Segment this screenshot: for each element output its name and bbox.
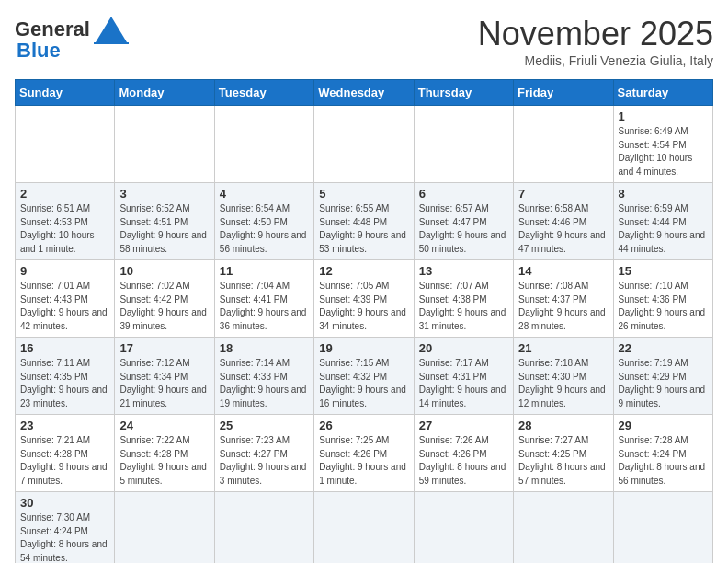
date-number: 21 [518, 341, 608, 355]
table-row: 4Sunrise: 6:54 AM Sunset: 4:50 PM Daylig… [214, 183, 313, 260]
logo: General Blue [15, 15, 129, 63]
date-number: 25 [220, 419, 309, 432]
date-number: 24 [119, 419, 209, 432]
cell-daylight-info: Sunrise: 7:11 AM Sunset: 4:35 PM Dayligh… [20, 357, 109, 410]
table-row: 12Sunrise: 7:05 AM Sunset: 4:39 PM Dayli… [314, 260, 414, 338]
cell-daylight-info: Sunrise: 7:22 AM Sunset: 4:28 PM Dayligh… [119, 434, 209, 488]
cell-daylight-info: Sunrise: 6:58 AM Sunset: 4:46 PM Dayligh… [518, 202, 608, 256]
table-row [414, 492, 513, 564]
col-friday: Friday [514, 80, 613, 106]
table-row: 27Sunrise: 7:26 AM Sunset: 4:26 PM Dayli… [414, 415, 513, 492]
cell-daylight-info: Sunrise: 7:19 AM Sunset: 4:29 PM Dayligh… [619, 357, 708, 410]
cell-daylight-info: Sunrise: 7:30 AM Sunset: 4:24 PM Dayligh… [20, 511, 109, 563]
calendar-table: Sunday Monday Tuesday Wednesday Thursday… [15, 79, 713, 563]
date-number: 9 [20, 264, 109, 278]
table-row: 2Sunrise: 6:51 AM Sunset: 4:53 PM Daylig… [16, 183, 115, 260]
cell-daylight-info: Sunrise: 7:01 AM Sunset: 4:43 PM Dayligh… [20, 280, 109, 333]
table-row: 10Sunrise: 7:02 AM Sunset: 4:42 PM Dayli… [115, 260, 214, 338]
date-number: 8 [619, 187, 708, 201]
table-row: 16Sunrise: 7:11 AM Sunset: 4:35 PM Dayli… [16, 338, 115, 415]
table-row: 22Sunrise: 7:19 AM Sunset: 4:29 PM Dayli… [613, 338, 712, 415]
table-row: 7Sunrise: 6:58 AM Sunset: 4:46 PM Daylig… [514, 183, 613, 260]
date-number: 1 [619, 109, 708, 123]
date-number: 12 [319, 264, 408, 278]
table-row: 20Sunrise: 7:17 AM Sunset: 4:31 PM Dayli… [414, 338, 513, 415]
table-row [314, 492, 414, 564]
cell-daylight-info: Sunrise: 7:21 AM Sunset: 4:28 PM Dayligh… [20, 434, 109, 488]
date-number: 5 [319, 187, 408, 201]
date-number: 27 [419, 419, 508, 432]
date-number: 30 [20, 496, 109, 510]
table-row [514, 106, 613, 183]
date-number: 14 [518, 264, 608, 278]
table-row: 9Sunrise: 7:01 AM Sunset: 4:43 PM Daylig… [16, 260, 115, 338]
table-row: 30Sunrise: 7:30 AM Sunset: 4:24 PM Dayli… [16, 492, 115, 564]
cell-daylight-info: Sunrise: 6:49 AM Sunset: 4:54 PM Dayligh… [619, 125, 708, 178]
cell-daylight-info: Sunrise: 7:02 AM Sunset: 4:42 PM Dayligh… [119, 280, 209, 333]
calendar-title: November 2025 [478, 15, 713, 53]
col-saturday: Saturday [613, 80, 712, 106]
date-number: 20 [419, 341, 508, 355]
cell-daylight-info: Sunrise: 7:12 AM Sunset: 4:34 PM Dayligh… [119, 357, 209, 410]
cell-daylight-info: Sunrise: 7:04 AM Sunset: 4:41 PM Dayligh… [220, 280, 309, 333]
date-number: 23 [20, 419, 109, 432]
table-row [214, 492, 313, 564]
date-number: 26 [319, 419, 408, 432]
cell-daylight-info: Sunrise: 7:15 AM Sunset: 4:32 PM Dayligh… [319, 357, 408, 410]
table-row [16, 106, 115, 183]
cell-daylight-info: Sunrise: 7:18 AM Sunset: 4:30 PM Dayligh… [518, 357, 608, 410]
svg-rect-1 [94, 42, 129, 44]
table-row: 17Sunrise: 7:12 AM Sunset: 4:34 PM Dayli… [115, 338, 214, 415]
cell-daylight-info: Sunrise: 7:17 AM Sunset: 4:31 PM Dayligh… [419, 357, 508, 410]
page-header: General Blue November 2025 Mediis, Friul… [15, 15, 713, 68]
date-number: 7 [518, 187, 608, 201]
table-row: 6Sunrise: 6:57 AM Sunset: 4:47 PM Daylig… [414, 183, 513, 260]
table-row: 23Sunrise: 7:21 AM Sunset: 4:28 PM Dayli… [16, 415, 115, 492]
cell-daylight-info: Sunrise: 7:08 AM Sunset: 4:37 PM Dayligh… [518, 280, 608, 333]
svg-marker-0 [96, 17, 127, 42]
date-number: 13 [419, 264, 508, 278]
table-row: 25Sunrise: 7:23 AM Sunset: 4:27 PM Dayli… [214, 415, 313, 492]
date-number: 28 [518, 419, 608, 432]
cell-daylight-info: Sunrise: 7:23 AM Sunset: 4:27 PM Dayligh… [220, 434, 309, 488]
logo-icon [94, 15, 129, 44]
date-number: 4 [220, 187, 309, 201]
col-sunday: Sunday [16, 80, 115, 106]
cell-daylight-info: Sunrise: 7:05 AM Sunset: 4:39 PM Dayligh… [319, 280, 408, 333]
table-row: 26Sunrise: 7:25 AM Sunset: 4:26 PM Dayli… [314, 415, 414, 492]
cell-daylight-info: Sunrise: 6:59 AM Sunset: 4:44 PM Dayligh… [619, 202, 708, 256]
col-thursday: Thursday [414, 80, 513, 106]
title-area: November 2025 Mediis, Friuli Venezia Giu… [478, 15, 713, 68]
date-number: 19 [319, 341, 408, 355]
col-monday: Monday [115, 80, 214, 106]
table-row: 13Sunrise: 7:07 AM Sunset: 4:38 PM Dayli… [414, 260, 513, 338]
cell-daylight-info: Sunrise: 7:27 AM Sunset: 4:25 PM Dayligh… [518, 434, 608, 488]
table-row [414, 106, 513, 183]
cell-daylight-info: Sunrise: 6:54 AM Sunset: 4:50 PM Dayligh… [220, 202, 309, 256]
cell-daylight-info: Sunrise: 7:26 AM Sunset: 4:26 PM Dayligh… [419, 434, 508, 488]
cell-daylight-info: Sunrise: 7:07 AM Sunset: 4:38 PM Dayligh… [419, 280, 508, 333]
cell-daylight-info: Sunrise: 7:10 AM Sunset: 4:36 PM Dayligh… [619, 280, 708, 333]
table-row: 14Sunrise: 7:08 AM Sunset: 4:37 PM Dayli… [514, 260, 613, 338]
table-row: 28Sunrise: 7:27 AM Sunset: 4:25 PM Dayli… [514, 415, 613, 492]
cell-daylight-info: Sunrise: 6:52 AM Sunset: 4:51 PM Dayligh… [119, 202, 209, 256]
date-number: 15 [619, 264, 708, 278]
date-number: 3 [119, 187, 209, 201]
date-number: 2 [20, 187, 109, 201]
date-number: 10 [119, 264, 209, 278]
table-row: 5Sunrise: 6:55 AM Sunset: 4:48 PM Daylig… [314, 183, 414, 260]
table-row: 3Sunrise: 6:52 AM Sunset: 4:51 PM Daylig… [115, 183, 214, 260]
date-number: 16 [20, 341, 109, 355]
cell-daylight-info: Sunrise: 7:14 AM Sunset: 4:33 PM Dayligh… [220, 357, 309, 410]
table-row: 11Sunrise: 7:04 AM Sunset: 4:41 PM Dayli… [214, 260, 313, 338]
date-number: 18 [220, 341, 309, 355]
table-row [115, 106, 214, 183]
table-row: 18Sunrise: 7:14 AM Sunset: 4:33 PM Dayli… [214, 338, 313, 415]
table-row: 24Sunrise: 7:22 AM Sunset: 4:28 PM Dayli… [115, 415, 214, 492]
table-row: 1Sunrise: 6:49 AM Sunset: 4:54 PM Daylig… [613, 106, 712, 183]
table-row [314, 106, 414, 183]
calendar-subtitle: Mediis, Friuli Venezia Giulia, Italy [478, 53, 713, 68]
table-row [514, 492, 613, 564]
cell-daylight-info: Sunrise: 6:57 AM Sunset: 4:47 PM Dayligh… [419, 202, 508, 256]
col-wednesday: Wednesday [314, 80, 414, 106]
